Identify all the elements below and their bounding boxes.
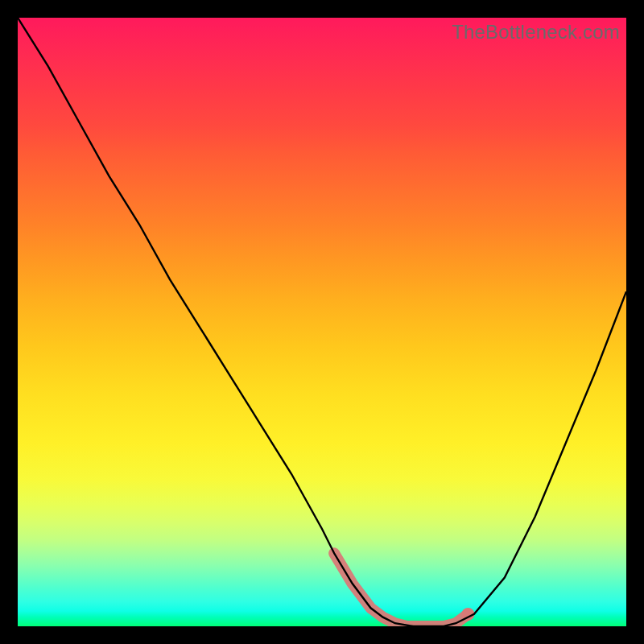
highlight-band	[334, 553, 468, 626]
plot-area: TheBottleneck.com	[18, 18, 626, 626]
bottleneck-curve	[18, 18, 626, 626]
chart-svg	[18, 18, 626, 626]
chart-frame: TheBottleneck.com	[0, 0, 644, 644]
